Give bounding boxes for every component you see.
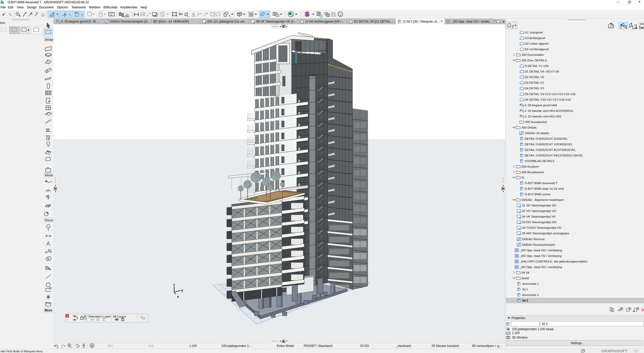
svg-text:A1: A1: [149, 12, 151, 14]
svg-text:z: z: [173, 283, 175, 286]
svg-text:Design: Design: [45, 38, 53, 41]
svg-text:y: y: [181, 288, 183, 292]
svg-text:Windo: Windo: [45, 174, 53, 177]
svg-text:12: 12: [110, 14, 112, 16]
svg-text:x: x: [177, 295, 179, 298]
svg-text:Docun: Docun: [45, 219, 53, 222]
svg-text:XY: XY: [76, 14, 78, 16]
svg-text:Main:: Main:: [0, 21, 6, 24]
svg-text:More: More: [45, 309, 52, 312]
